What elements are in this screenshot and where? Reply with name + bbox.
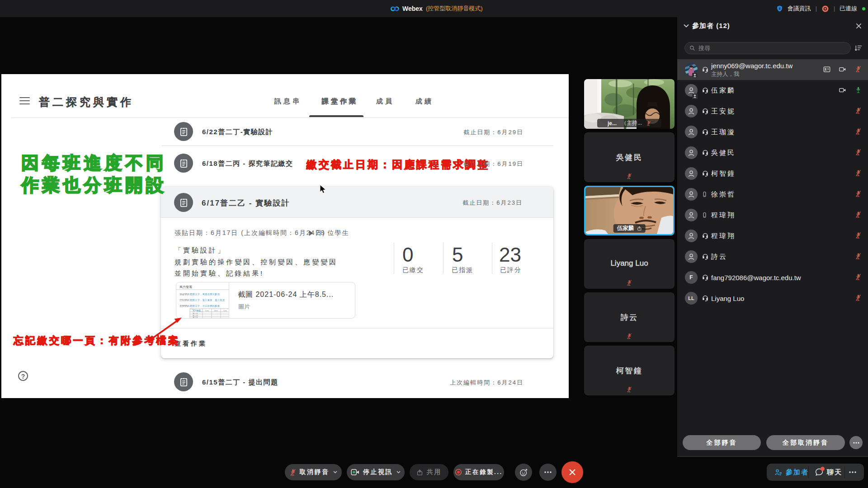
svg-text:3cm: 3cm	[214, 310, 218, 312]
svg-text:1cm: 1cm	[223, 310, 227, 312]
svg-text:操縱變因: 操縱變因	[179, 293, 189, 296]
svg-text:觀察文字，風量改變大數值: 觀察文字，風量改變大數值	[190, 293, 220, 296]
svg-text:觀察文字，可以改變的數量: 觀察文字，可以改變的數量	[190, 305, 220, 308]
svg-text:5cm: 5cm	[205, 310, 209, 312]
svg-text:觀察文字，葉片重量、葉片角度: 觀察文字，葉片重量、葉片角度	[190, 299, 225, 302]
svg-text:第三天: 第三天	[193, 316, 198, 318]
svg-text:葉片數量: 葉片數量	[193, 310, 201, 312]
svg-text:控制變因: 控制變因	[179, 299, 189, 302]
svg-text:應變變因: 應變變因	[179, 305, 189, 308]
svg-text:風力發電: 風力發電	[179, 285, 192, 288]
